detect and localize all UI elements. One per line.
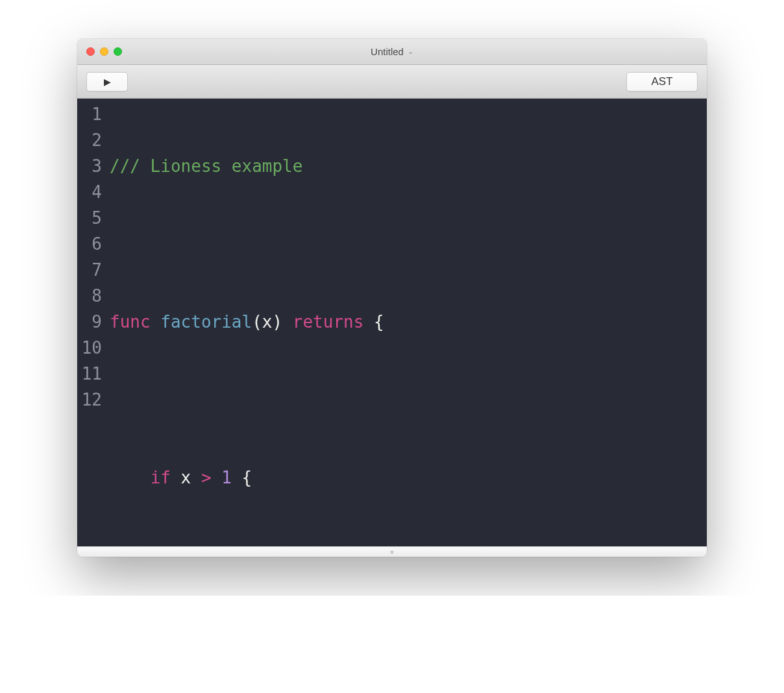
traffic-lights xyxy=(77,47,122,56)
line-number: 12 xyxy=(81,387,102,413)
code-line xyxy=(110,231,700,257)
line-number: 8 xyxy=(81,283,102,309)
minimize-icon[interactable] xyxy=(100,47,108,56)
number-token: 1 xyxy=(221,468,232,487)
close-icon[interactable] xyxy=(86,47,95,56)
line-number: 4 xyxy=(81,179,102,205)
line-number: 10 xyxy=(81,335,102,361)
line-number: 9 xyxy=(81,309,102,335)
brace-token: { xyxy=(374,312,384,332)
line-number: 1 xyxy=(81,101,102,127)
fullscreen-icon[interactable] xyxy=(114,47,122,56)
punct-token: ) xyxy=(272,312,282,332)
code-line: func factorial(x) returns { xyxy=(110,309,700,335)
line-number: 7 xyxy=(81,257,102,283)
comment-token: /// Lioness example xyxy=(110,156,302,176)
line-number: 2 xyxy=(81,127,102,153)
keyword-token: if xyxy=(151,468,171,487)
toolbar: ▶ AST xyxy=(77,65,707,99)
code-line: /// Lioness example xyxy=(110,153,700,179)
run-button[interactable]: ▶ xyxy=(86,72,128,91)
gutter: 123456789101112 xyxy=(77,99,107,546)
line-number: 6 xyxy=(81,231,102,257)
code-line xyxy=(110,387,700,413)
ast-button[interactable]: AST xyxy=(626,72,698,91)
code-editor[interactable]: /// Lioness example func factorial(x) re… xyxy=(107,99,707,546)
window-title-wrap[interactable]: Untitled ⌄ xyxy=(77,46,707,57)
operator-token: > xyxy=(201,468,212,487)
var-token: x xyxy=(181,468,191,487)
play-icon: ▶ xyxy=(104,77,111,87)
keyword-token: returns xyxy=(293,312,364,332)
line-number: 11 xyxy=(81,361,102,387)
line-number: 5 xyxy=(81,205,102,231)
keyword-token: func xyxy=(110,312,151,332)
punct-token: ( xyxy=(252,312,262,332)
editor-area: 123456789101112 /// Lioness example func… xyxy=(77,99,707,546)
chevron-down-icon: ⌄ xyxy=(408,47,413,56)
identifier-token: factorial xyxy=(160,312,252,332)
ast-button-label: AST xyxy=(651,75,672,88)
titlebar[interactable]: Untitled ⌄ xyxy=(77,39,707,65)
window-title: Untitled xyxy=(371,46,404,57)
param-token: x xyxy=(262,312,273,332)
brace-token: { xyxy=(242,468,252,487)
bottom-scrollbar[interactable] xyxy=(77,546,707,557)
line-number: 3 xyxy=(81,153,102,179)
editor-window: Untitled ⌄ ▶ AST 123456789101112 /// Lio… xyxy=(77,39,707,557)
code-line: if x > 1 { xyxy=(110,465,700,491)
